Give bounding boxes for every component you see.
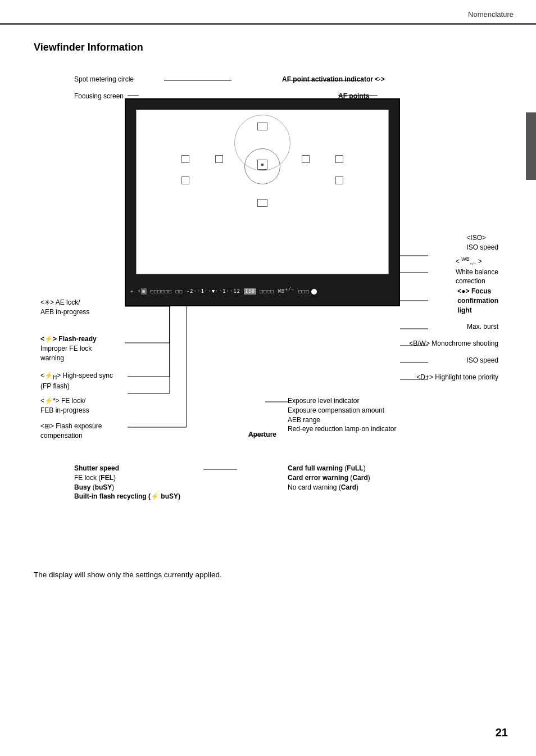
- af-point-top-center: [257, 123, 267, 130]
- flash-ready-label: <⚡> Flash-ready Improper FE lock warning: [40, 334, 97, 363]
- fe-lock-label: <⚡*> FE lock/ FEB in-progress: [40, 396, 89, 415]
- af-point-bot-left: [181, 176, 189, 184]
- diagram-container: Spot metering circle AF point activation…: [40, 65, 501, 554]
- iso-speed2-label: ISO speed: [466, 356, 498, 365]
- af-point-mid-right2: [302, 155, 310, 163]
- focus-confirm-label: <●> Focus confirmation light: [457, 287, 498, 315]
- side-tab: [526, 112, 536, 180]
- spot-metering-label: Spot metering circle: [74, 75, 134, 84]
- main-content: Viewfinder Information: [0, 25, 536, 596]
- af-point-center: [257, 160, 267, 170]
- card-full-label: Card full warning (FuLL) Card error warn…: [288, 464, 370, 492]
- bw-shooting-label: <B/W> Monochrome shooting: [409, 339, 498, 348]
- page-header: Nomenclature: [0, 0, 536, 25]
- ae-lock-label: <✳> AE lock/ AEB in-progress: [40, 298, 89, 317]
- viewfinder-inner: [136, 110, 389, 274]
- af-point-bot-right: [335, 176, 343, 184]
- page-number: 21: [496, 726, 508, 739]
- status-bar-content: ✳ ⚡⊞ □□□□□□ □□ -2··1··▼··1··12 ISO □□□□ …: [130, 287, 317, 295]
- focusing-screen-label: Focusing screen: [74, 92, 124, 101]
- af-point-mid-right: [335, 155, 343, 163]
- aperture-label: Aperture: [248, 430, 276, 440]
- max-burst-label: Max. burst: [467, 322, 498, 332]
- iso-label-block: <ISO> ISO speed: [466, 233, 498, 252]
- bottom-note: The display will show only the settings …: [34, 571, 508, 579]
- flash-exp-comp-label: <⊞> Flash exposure compensation: [40, 422, 102, 441]
- exp-level-label: Exposure level indicator Exposure compen…: [288, 396, 396, 434]
- af-activation-label: AF point activation indicator <·>: [282, 75, 385, 84]
- af-point-bottom: [257, 199, 267, 207]
- highlight-tone-label: <D+> Highlight tone priority: [416, 373, 498, 382]
- section-title: Viewfinder Information: [34, 42, 508, 53]
- viewfinder-outer: ✳ ⚡⊞ □□□□□□ □□ -2··1··▼··1··12 ISO □□□□ …: [125, 98, 400, 306]
- af-point-mid-left: [181, 155, 189, 163]
- af-point-mid-left2: [215, 155, 223, 163]
- wb-label-block: < WB+/− > White balance correction: [456, 256, 498, 286]
- high-speed-sync-label: <⚡H> High-speed sync (FP flash): [40, 371, 113, 391]
- center-dot: [261, 164, 264, 166]
- shutter-speed-label: Shutter speed FE lock (FEL) Busy (buSY) …: [74, 464, 180, 501]
- viewfinder-status-bar: ✳ ⚡⊞ □□□□□□ □□ -2··1··▼··1··12 ISO □□□□ …: [126, 276, 399, 305]
- header-title: Nomenclature: [468, 10, 514, 19]
